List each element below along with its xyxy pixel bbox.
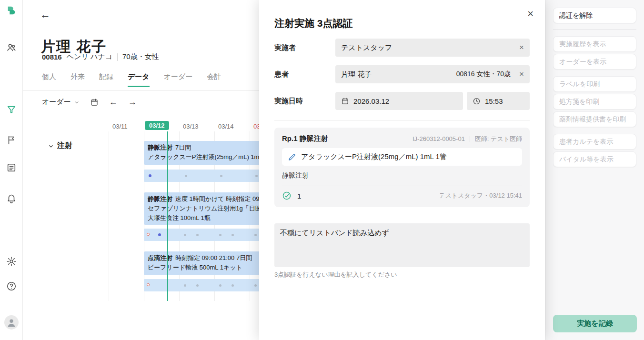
back-button[interactable]: ← — [40, 9, 50, 21]
divider — [470, 136, 470, 142]
show-chart-button[interactable]: 患者カルテを表示 — [553, 134, 636, 150]
rp-record-row: 1 テストスタッフ・03/12 15:41 — [282, 186, 522, 200]
time-value: 15:53 — [485, 97, 503, 105]
schedule-dot — [158, 233, 161, 236]
date-field[interactable]: 2026.03.12 — [335, 92, 463, 110]
timeline-prev-button[interactable]: ← — [109, 97, 118, 107]
drug-row[interactable]: アタラックスーP注射液(25mg／mL) 1mL 1管 — [282, 148, 522, 166]
injection-section-label: 注射 — [57, 141, 72, 151]
patient-kana: ヘンリ ハナコ — [67, 52, 112, 61]
help-icon[interactable] — [6, 280, 17, 292]
schedule-dot-row — [144, 170, 269, 182]
order-filter-dropdown[interactable]: オーダー — [42, 98, 80, 107]
entry-meta: 時刻指定 09:00 21:00 7日間 — [175, 254, 252, 261]
schedule-dot — [231, 284, 234, 287]
clear-icon[interactable]: × — [515, 43, 524, 52]
patient-id: 00816 — [42, 53, 62, 61]
tab-personal[interactable]: 個人 — [42, 72, 56, 87]
reason-textarea[interactable]: 不穏にてリストバンド読み込めず — [274, 223, 530, 267]
entry-meta: 7日間 — [175, 144, 191, 151]
schedule-dot-row — [144, 229, 269, 241]
date-label[interactable]: 03/11 — [112, 123, 128, 130]
chevron-down-icon — [74, 100, 80, 105]
injection-verification-modal: 注射実施 3点認証 × 実施者 テストスタッフ × 患者 片理 花子 00816… — [259, 0, 545, 340]
close-icon[interactable]: × — [527, 8, 533, 20]
clear-icon[interactable]: × — [515, 70, 524, 79]
schedule-dot — [184, 284, 186, 287]
left-icon-rail — [0, 0, 23, 340]
gear-icon[interactable] — [6, 256, 17, 267]
date-label[interactable]: 03/13 — [183, 123, 199, 130]
schedule-dot — [219, 234, 221, 236]
entry-type: 静脈注射 — [148, 144, 172, 151]
date-label-today[interactable]: 03/12 — [145, 121, 169, 130]
performer-label: 実施者 — [274, 43, 296, 52]
reason-helper-text: 3点認証を行えない理由を記入してください — [274, 270, 397, 279]
patient-id-line: 00816 ヘンリ ハナコ 70歳・女性 — [42, 52, 159, 61]
divider — [553, 29, 636, 30]
schedule-dot — [231, 234, 234, 236]
rp-route: 静脈注射 — [282, 171, 522, 180]
show-order-button[interactable]: オーダーを表示 — [553, 54, 636, 70]
print-drug-info-button[interactable]: 薬剤情報提供書を印刷 — [553, 111, 636, 127]
timeline-entry[interactable]: 静脈注射速度 1時間かけて 時刻指定 09:00 セファゾリンナトリウム注射用1… — [144, 192, 269, 225]
timeline-entry[interactable]: 静脈注射7日間 アタラックスーP注射液(25mg／mL) 1mL 1管 — [144, 141, 269, 165]
tab-outpatient[interactable]: 外来 — [70, 72, 85, 87]
patient-field[interactable]: 片理 花子 00816 女性・70歳 × — [335, 65, 530, 83]
unlock-auth-button[interactable]: 認証を解除 — [553, 8, 636, 23]
rp-order-number: IJ-260312-0005-01 — [413, 135, 465, 142]
performer-value: テストスタッフ — [341, 43, 392, 52]
app-logo-icon[interactable] — [6, 5, 17, 16]
schedule-dot — [254, 234, 257, 236]
user-avatar[interactable] — [4, 315, 19, 330]
calendar-icon — [341, 97, 349, 105]
date-label[interactable]: 03/14 — [218, 123, 234, 130]
schedule-dot — [149, 174, 151, 177]
timeline-entry[interactable]: 点滴注射時刻指定 09:00 21:00 7日間 ビーフリード輸液 500mL … — [144, 251, 269, 275]
entry-drug: アタラックスーP注射液(25mg／mL) 1mL 1管 — [148, 152, 265, 162]
print-label-button[interactable]: ラベルを印刷 — [553, 76, 636, 92]
entry-drug: セファゾリンナトリウム注射用1g「日医工」 — [148, 204, 265, 213]
tab-orders[interactable]: オーダー — [164, 72, 193, 87]
patient-tabs: 個人 外来 記録 データ オーダー 会計 — [42, 72, 221, 87]
check-circle-icon — [282, 191, 292, 200]
calendar-icon[interactable] — [90, 98, 99, 107]
schedule-dot-row — [144, 279, 269, 291]
current-time-line — [167, 131, 168, 301]
entry-type: 静脈注射 — [148, 195, 172, 202]
grid-line — [109, 131, 109, 301]
funnel-icon[interactable] — [6, 104, 17, 115]
show-vitals-button[interactable]: バイタル等を表示 — [553, 151, 636, 167]
schedule-dot — [185, 175, 187, 177]
bell-icon[interactable] — [6, 192, 17, 204]
record-submit-button[interactable]: 実施を記録 — [553, 315, 637, 332]
injection-section-toggle[interactable]: 注射 — [48, 141, 72, 151]
patient-label: 患者 — [274, 70, 289, 79]
time-field[interactable]: 15:53 — [467, 92, 530, 110]
divider — [117, 53, 118, 61]
chevron-down-icon — [48, 143, 54, 150]
modal-title: 注射実施 3点認証 — [274, 17, 353, 30]
users-icon[interactable] — [6, 42, 17, 53]
date-value: 2026.03.12 — [353, 97, 389, 105]
flag-icon[interactable] — [6, 134, 17, 146]
rp-doctor: 医師: テスト医師 — [475, 135, 522, 143]
tab-records[interactable]: 記録 — [99, 72, 113, 87]
list-icon[interactable] — [6, 162, 17, 173]
tab-billing[interactable]: 会計 — [207, 72, 221, 87]
performer-field[interactable]: テストスタッフ × — [335, 39, 530, 57]
divider — [274, 120, 530, 120]
show-history-button[interactable]: 実施履歴を表示 — [553, 36, 636, 52]
entry-type: 点滴注射 — [148, 254, 172, 261]
print-prescription-button[interactable]: 処方箋を印刷 — [553, 94, 636, 110]
edit-pen-icon — [288, 153, 296, 161]
schedule-dot — [147, 233, 150, 236]
tab-data[interactable]: データ — [128, 72, 150, 87]
clock-icon — [473, 97, 481, 105]
patient-field-detail: 00816 女性・70歳 — [456, 70, 511, 79]
schedule-dot — [184, 234, 186, 236]
entry-drug: 大塚生食注 100mL 1瓶 — [148, 213, 265, 223]
schedule-dot — [147, 283, 150, 286]
schedule-dot — [255, 175, 258, 177]
timeline-next-button[interactable]: → — [128, 97, 137, 107]
